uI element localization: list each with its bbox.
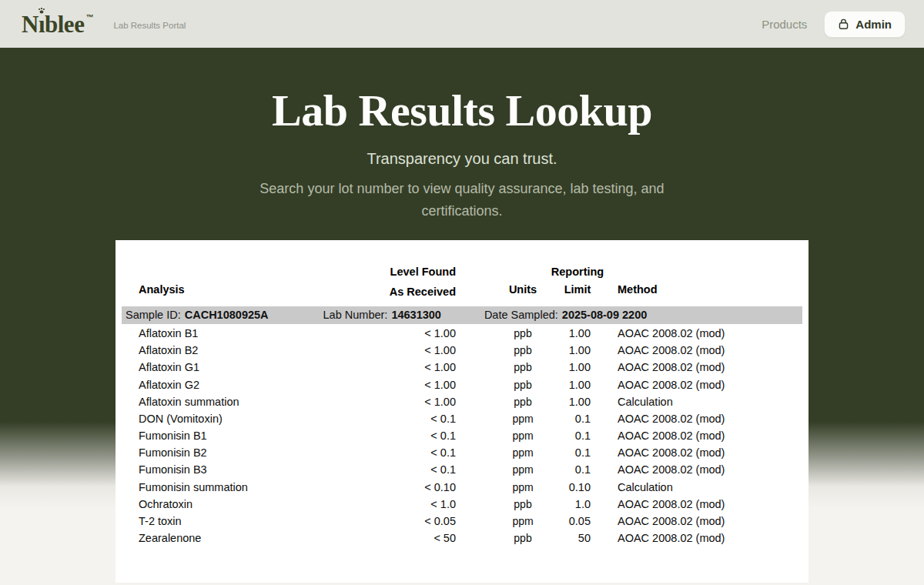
reporting-limit-value: 0.1 <box>521 410 591 427</box>
method-value: AOAC 2008.02 (mod) <box>618 444 725 461</box>
admin-button-label: Admin <box>855 18 892 31</box>
analysis-name: Fumonisin B1 <box>139 427 207 444</box>
hero-subtitle: Transparency you can trust. <box>0 150 924 168</box>
method-value: AOAC 2008.02 (mod) <box>618 530 725 547</box>
level-found-value: < 1.0 <box>340 496 456 513</box>
analysis-name: Fumonisin B3 <box>139 461 207 478</box>
method-value: AOAC 2008.02 (mod) <box>618 496 725 513</box>
col-header-limit: Limit <box>535 283 620 296</box>
table-row: DON (Vomitoxin) < 0.1 ppm 0.1 AOAC 2008.… <box>116 410 808 427</box>
trademark-symbol: ™ <box>85 13 93 22</box>
analysis-name: Aflatoxin summation <box>139 393 239 410</box>
page: Nıblee ™ Lab Results Portal Products Adm… <box>0 0 924 585</box>
method-value: AOAC 2008.02 (mod) <box>618 410 725 427</box>
analysis-name: DON (Vomitoxin) <box>139 410 223 427</box>
date-sampled: Date Sampled:2025-08-09 2200 <box>484 309 647 321</box>
table-row: Fumonisin summation < 0.10 ppm 0.10 Calc… <box>116 479 808 496</box>
method-value: AOAC 2008.02 (mod) <box>618 325 725 342</box>
reporting-limit-value: 0.1 <box>521 427 591 444</box>
analysis-name: Fumonisin B2 <box>139 444 207 461</box>
level-found-value: < 50 <box>340 530 456 547</box>
table-row: Aflatoxin summation < 1.00 ppb 1.00 Calc… <box>116 393 808 410</box>
col-header-as-received: As Received <box>340 286 456 298</box>
method-value: AOAC 2008.02 (mod) <box>618 513 725 530</box>
table-row: Fumonisin B1 < 0.1 ppm 0.1 AOAC 2008.02 … <box>116 427 808 444</box>
portal-subtitle: Lab Results Portal <box>113 21 186 30</box>
reporting-limit-value: 1.00 <box>521 325 591 342</box>
reporting-limit-value: 0.10 <box>521 479 591 496</box>
lab-report-card: Analysis Level Found As Received Units R… <box>116 240 808 583</box>
level-found-value: < 0.10 <box>340 479 456 496</box>
analysis-name: Zearalenone <box>139 530 201 547</box>
analysis-name: Aflatoxin G2 <box>139 376 199 393</box>
level-found-value: < 1.00 <box>340 325 456 342</box>
table-row: Aflatoxin B2 < 1.00 ppb 1.00 AOAC 2008.0… <box>116 342 808 359</box>
brand-logo[interactable]: Nıblee ™ <box>22 12 93 36</box>
reporting-limit-value: 1.00 <box>521 376 591 393</box>
level-found-value: < 0.1 <box>340 410 456 427</box>
analysis-name: Aflatoxin G1 <box>139 359 199 376</box>
level-found-value: < 0.1 <box>340 427 456 444</box>
reporting-limit-value: 1.0 <box>521 496 591 513</box>
brand-wordmark: Nıblee <box>22 12 84 36</box>
method-value: AOAC 2008.02 (mod) <box>618 427 725 444</box>
nav-products-link[interactable]: Products <box>762 18 807 31</box>
paw-dot-icon <box>38 8 45 14</box>
level-found-value: < 1.00 <box>340 376 456 393</box>
table-row: Fumonisin B3 < 0.1 ppm 0.1 AOAC 2008.02 … <box>116 461 808 478</box>
table-row: Fumonisin B2 < 0.1 ppm 0.1 AOAC 2008.02 … <box>116 444 808 461</box>
top-navbar: Nıblee ™ Lab Results Portal Products Adm… <box>0 0 924 48</box>
reporting-limit-value: 1.00 <box>521 393 591 410</box>
level-found-value: < 0.1 <box>340 461 456 478</box>
hero-description: Search your lot number to view quality a… <box>223 178 701 222</box>
table-row: Aflatoxin G2 < 1.00 ppb 1.00 AOAC 2008.0… <box>116 376 808 393</box>
reporting-limit-value: 1.00 <box>521 359 591 376</box>
method-value: Calculation <box>618 393 673 410</box>
hero-section: Lab Results Lookup Transparency you can … <box>0 48 924 583</box>
report-table-header: Analysis Level Found As Received Units R… <box>116 240 808 306</box>
level-found-value: < 1.00 <box>340 342 456 359</box>
sample-id: Sample ID:CACH1080925A <box>126 309 269 321</box>
method-value: Calculation <box>618 479 673 496</box>
page-title: Lab Results Lookup <box>0 86 924 136</box>
method-value: AOAC 2008.02 (mod) <box>618 359 725 376</box>
method-value: AOAC 2008.02 (mod) <box>618 461 725 478</box>
analysis-name: Aflatoxin B2 <box>139 342 198 359</box>
lab-number: Lab Number:14631300 <box>323 309 441 321</box>
col-header-level-found: Level Found <box>340 266 456 278</box>
table-row: Aflatoxin G1 < 1.00 ppb 1.00 AOAC 2008.0… <box>116 359 808 376</box>
level-found-value: < 1.00 <box>340 393 456 410</box>
navbar-actions: Products Admin <box>762 11 906 38</box>
method-value: AOAC 2008.02 (mod) <box>618 342 725 359</box>
reporting-limit-value: 0.1 <box>521 444 591 461</box>
table-row: Ochratoxin < 1.0 ppb 1.0 AOAC 2008.02 (m… <box>116 496 808 513</box>
analysis-name: Aflatoxin B1 <box>139 325 198 342</box>
lock-icon <box>838 18 849 30</box>
reporting-limit-value: 50 <box>521 530 591 547</box>
table-row: Zearalenone < 50 ppb 50 AOAC 2008.02 (mo… <box>116 530 808 547</box>
reporting-limit-value: 0.1 <box>521 461 591 478</box>
analysis-name: Fumonisin summation <box>139 479 248 496</box>
reporting-limit-value: 1.00 <box>521 342 591 359</box>
reporting-limit-value: 0.05 <box>521 513 591 530</box>
analysis-name: T-2 toxin <box>139 513 182 530</box>
admin-button[interactable]: Admin <box>824 11 906 38</box>
report-table-body: Aflatoxin B1 < 1.00 ppb 1.00 AOAC 2008.0… <box>116 324 808 547</box>
sample-info-bar: Sample ID:CACH1080925A Lab Number:146313… <box>122 306 802 324</box>
col-header-analysis: Analysis <box>139 283 185 296</box>
table-row: Aflatoxin B1 < 1.00 ppb 1.00 AOAC 2008.0… <box>116 325 808 342</box>
col-header-reporting: Reporting <box>535 266 620 278</box>
level-found-value: < 1.00 <box>340 359 456 376</box>
level-found-value: < 0.05 <box>340 513 456 530</box>
level-found-value: < 0.1 <box>340 444 456 461</box>
col-header-method: Method <box>618 283 658 296</box>
method-value: AOAC 2008.02 (mod) <box>618 376 725 393</box>
table-row: T-2 toxin < 0.05 ppm 0.05 AOAC 2008.02 (… <box>116 513 808 530</box>
analysis-name: Ochratoxin <box>139 496 192 513</box>
